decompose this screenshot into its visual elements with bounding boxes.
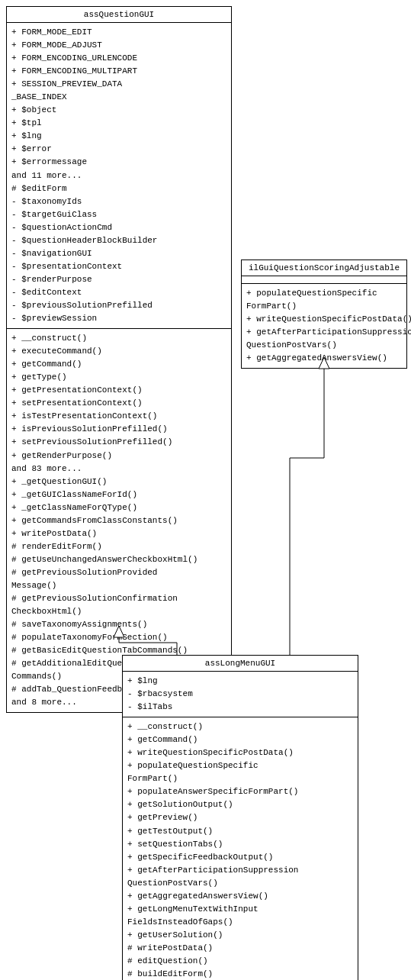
assLongMenuGUI-methods: + __construct() + getCommand() + writeQu… bbox=[123, 717, 358, 980]
assQuestionGUI-attributes: + FORM_MODE_EDIT + FORM_MODE_ADJUST + FO… bbox=[7, 23, 231, 329]
ilGuiQuestionScoringAdjustable-box: ilGuiQuestionScoringAdjustable + populat… bbox=[241, 260, 407, 369]
assQuestionGUI-box: assQuestionGUI + FORM_MODE_EDIT + FORM_M… bbox=[6, 6, 232, 713]
assLongMenuGUI-box: assLongMenuGUI + $lng - $rbacsystem - $i… bbox=[122, 655, 358, 980]
assLongMenuGUI-title: assLongMenuGUI bbox=[123, 656, 358, 672]
assLongMenuGUI-attributes: + $lng - $rbacsystem - $ilTabs bbox=[123, 672, 358, 717]
ilGuiQuestionScoringAdjustable-title: ilGuiQuestionScoringAdjustable bbox=[242, 260, 406, 276]
diagram-container: assQuestionGUI + FORM_MODE_EDIT + FORM_M… bbox=[0, 0, 411, 980]
ilGuiQuestionScoringAdjustable-methods: + populateQuestionSpecific FormPart() + … bbox=[242, 284, 406, 368]
assQuestionGUI-title: assQuestionGUI bbox=[7, 7, 231, 23]
ilGuiQuestionScoringAdjustable-empty bbox=[242, 276, 406, 284]
